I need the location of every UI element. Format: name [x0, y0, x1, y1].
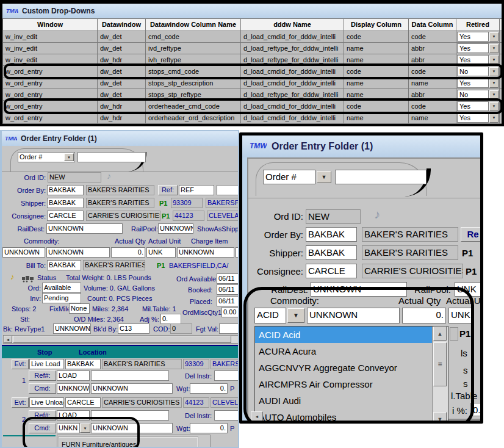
dropdown-item[interactable]: AUDI Audi [255, 392, 448, 409]
actual-unit-input[interactable]: UNK [448, 308, 474, 323]
table-cell[interactable]: w_ord_entry [3, 66, 97, 77]
order-number-input[interactable] [77, 152, 146, 162]
table-cell[interactable]: d_load_cmdid_for_dddw_intelli [241, 112, 344, 123]
stop1-event[interactable]: Live Load [29, 359, 64, 369]
retired-dropdown[interactable]: Yes▼ [456, 54, 499, 65]
chevron-down-icon[interactable]: ▼ [64, 153, 74, 161]
table-cell[interactable]: w_ord_entry [3, 101, 97, 112]
table-cell[interactable]: orderheader_ord_description [146, 112, 240, 123]
shipper-code-input[interactable]: BAKBAK [306, 245, 357, 260]
table-cell[interactable]: d_load_cmdid_for_dddw_intelli [241, 66, 344, 77]
scroll-left-button[interactable]: ◄ [4, 336, 12, 343]
table-cell[interactable]: dw_det [98, 78, 145, 89]
raildest-input[interactable]: UNKNOWN [46, 223, 123, 234]
revtype-input[interactable]: UNKNOWN [53, 323, 91, 334]
table-cell[interactable]: d_load_cmdid_for_dddw_intelli [241, 101, 344, 112]
inv-status-input[interactable]: Pending [42, 293, 81, 303]
table-cell[interactable]: name [344, 112, 408, 123]
dropdown-item[interactable]: AUTO Automobiles [255, 409, 448, 424]
scrollbar-thumb[interactable] [13, 336, 231, 343]
table-cell[interactable]: w_ord_entry [3, 112, 97, 123]
booked-date[interactable]: 06/11 [217, 284, 239, 295]
ref-input-2[interactable] [217, 185, 239, 195]
dropdown-item[interactable]: ACURA Acura [255, 343, 448, 359]
order-number-input[interactable] [335, 170, 427, 184]
table-cell[interactable]: w_inv_edit [3, 54, 97, 65]
consignee-code-input[interactable]: CARCLE [47, 211, 84, 221]
scroll-up-button[interactable]: ▲ [433, 327, 447, 341]
table-cell[interactable]: dw_det [98, 89, 145, 100]
commodity-name-input[interactable]: UNKNOWN [46, 247, 110, 258]
table-cell[interactable]: name [344, 54, 408, 65]
fixmile-input[interactable]: None [69, 303, 90, 314]
stop1-cmd-name-input[interactable]: UNKNOWN [91, 383, 173, 394]
dropdown-item[interactable]: AIRCMPRS Air Compressor [255, 376, 448, 392]
adj-pct-input[interactable]: 0. [160, 314, 181, 324]
table-cell[interactable]: stops_stp_description [146, 78, 240, 89]
commodity-code-input[interactable]: UNKNOWN [2, 247, 45, 258]
table-cell[interactable]: abbr [409, 89, 456, 100]
order-by-code-input[interactable]: BAKBAK [47, 185, 84, 195]
table-cell[interactable]: abbr [409, 43, 456, 54]
retired-dropdown[interactable]: Yes▼ [456, 78, 499, 89]
table-cell[interactable]: code [409, 66, 456, 77]
table-cell[interactable]: name [409, 112, 456, 123]
fgt-val-input[interactable] [219, 323, 239, 334]
table-cell[interactable]: dw_hdr [98, 112, 145, 123]
table-cell[interactable]: orderheader_cmd_code [146, 101, 240, 112]
commodity-code-input[interactable]: ACID [254, 308, 286, 323]
table-cell[interactable]: d_load_cmdid_for_dddw_intelli [241, 31, 344, 42]
charge-item-input[interactable]: UNKNOWN [177, 247, 234, 258]
table-cell[interactable]: name [344, 43, 408, 54]
table-cell[interactable]: name [409, 78, 456, 89]
raildest-input[interactable]: UNKNOWN [311, 282, 407, 297]
cmd-button[interactable]: Cmd: [29, 423, 56, 433]
titlebar[interactable]: TMW Order Entry Folder (1) [2, 131, 238, 146]
table-cell[interactable]: d_load_cmdid_for_dddw_intelli [241, 78, 344, 89]
table-cell[interactable]: dw_hdr [98, 101, 145, 112]
order-by-code-input[interactable]: BAKBAK [306, 227, 357, 242]
table-cell[interactable]: w_ord_entry [3, 89, 97, 100]
stop2-ref-input[interactable]: LOAD [57, 410, 90, 421]
ref-input[interactable]: REF [179, 185, 214, 195]
retired-dropdown[interactable]: Yes▼ [456, 112, 499, 123]
ordmiscqty-input[interactable]: 0.00 [221, 307, 239, 317]
actual-unit-input[interactable]: UNK [146, 247, 176, 258]
scroll-down-button[interactable]: ▼ [433, 412, 447, 424]
order-number-selector[interactable]: Order # [263, 170, 315, 184]
ord-available-date[interactable]: 06/11 [217, 273, 239, 284]
stop2-cmd-code-input[interactable]: UNKN [57, 423, 80, 433]
scroll-left-button[interactable]: ◄ [251, 411, 263, 421]
bkd-by-input[interactable]: C13 [118, 323, 149, 334]
stop2-code[interactable]: CARCLE [65, 397, 101, 408]
table-cell[interactable]: w_inv_edit [3, 31, 97, 42]
stop1-del-instr-input[interactable] [214, 370, 239, 381]
shipper-code-input[interactable]: BAKBAK [47, 198, 84, 208]
stop2-wgt-input[interactable]: 0. [190, 423, 228, 433]
stop2-event[interactable]: Live Unload [29, 397, 64, 408]
table-cell[interactable]: ivh_reftype [146, 54, 240, 65]
stop1-code[interactable]: BAKBAK [65, 359, 101, 369]
retired-dropdown[interactable]: Yes▼ [456, 31, 499, 42]
actual-qty-input[interactable]: 0. [402, 308, 446, 323]
cmd-dropdown-item[interactable]: FURN Furniture/antiques [59, 437, 198, 448]
table-cell[interactable]: cmd_code [146, 31, 240, 42]
table-cell[interactable]: d_load_reftype_for_dddw_intelli [241, 54, 344, 65]
actual-qty-input[interactable]: 0. [111, 247, 145, 258]
railpool-input[interactable]: UNK [455, 282, 481, 297]
table-cell[interactable]: code [344, 31, 408, 42]
table-cell[interactable]: abbr [409, 54, 456, 65]
ref-button[interactable]: Re [461, 227, 483, 242]
table-cell[interactable]: dw_hdr [98, 54, 145, 65]
bill-to-code-input[interactable]: BAKBAK [47, 260, 81, 270]
table-cell[interactable]: name [344, 89, 408, 100]
railpool-input[interactable]: UNKNOWN [158, 223, 193, 234]
chevron-down-icon[interactable]: ▼ [287, 308, 304, 323]
table-cell[interactable]: d_load_reftype_for_dddw_intelli [241, 89, 344, 100]
table-cell[interactable]: name [344, 78, 408, 89]
stop2-cmd-name-input[interactable]: UNKNOWN [91, 423, 173, 433]
retired-dropdown[interactable]: Yes▼ [456, 101, 499, 112]
table-cell[interactable]: w_ord_entry [3, 78, 97, 89]
table-cell[interactable]: stops_cmd_code [146, 66, 240, 77]
table-cell[interactable]: stops_stp_reftype [146, 89, 240, 100]
